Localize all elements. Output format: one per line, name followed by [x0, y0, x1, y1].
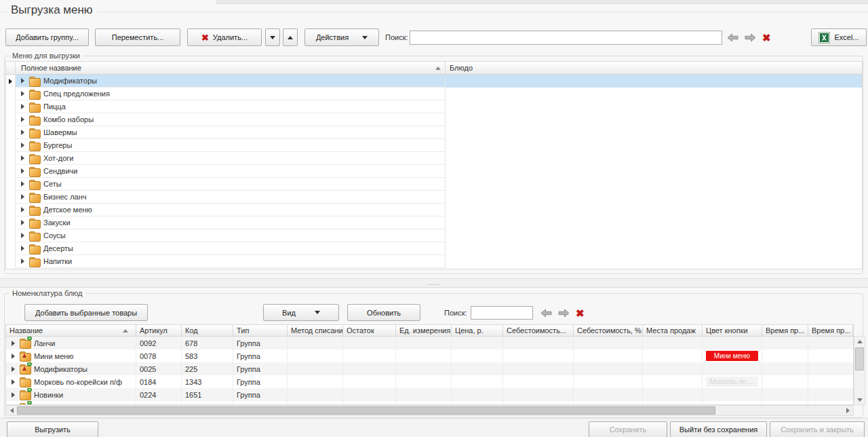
expand-arrow-icon[interactable] [12, 379, 15, 385]
column-header-button-color[interactable]: Цвет кнопки [703, 325, 762, 336]
column-header-article[interactable]: Артикул [136, 325, 182, 336]
move-down-button[interactable] [265, 28, 280, 46]
vertical-scroll-thumb[interactable] [855, 347, 864, 370]
menu-group-row[interactable]: Напитки [6, 255, 862, 268]
product-row[interactable]: Ланчи 0092 678 Группа [6, 337, 853, 349]
expand-arrow-icon[interactable] [21, 246, 24, 251]
column-header-stock[interactable]: Остаток [343, 325, 396, 336]
menu-group-row[interactable]: Бизнес ланч [6, 191, 862, 204]
menu-group-row[interactable]: Сендвичи [6, 165, 862, 178]
excel-export-button[interactable]: Excel... [811, 28, 867, 46]
search-clear-icon[interactable]: ✖ [762, 33, 771, 43]
expand-arrow-icon[interactable] [21, 259, 24, 264]
column-header-time-2[interactable]: Время пр... [808, 325, 853, 336]
expand-arrow-icon[interactable] [21, 117, 24, 122]
product-search-input[interactable] [471, 306, 533, 320]
save-button[interactable]: Сохранить [589, 421, 667, 437]
expand-arrow-icon[interactable] [21, 104, 24, 109]
group-name: Спец предложения [43, 90, 110, 98]
search-label: Поиск: [385, 33, 408, 41]
scroll-down-button[interactable] [854, 395, 865, 404]
grid-vertical-scrollbar[interactable] [854, 336, 865, 405]
save-and-close-button[interactable]: Сохранить и закрыть [770, 421, 865, 437]
product-article: 0224 [136, 388, 182, 401]
add-group-button[interactable]: Добавить группу... [5, 28, 89, 46]
row-selector-gutter [6, 113, 16, 126]
expand-arrow-icon[interactable] [21, 233, 24, 238]
product-row[interactable]: Новинки 0224 1651 Группа [6, 388, 853, 401]
expand-arrow-icon[interactable] [12, 392, 15, 398]
column-header-dish[interactable]: Блюдо [446, 62, 862, 74]
expand-arrow-icon[interactable] [21, 168, 24, 174]
grid-horizontal-scrollbar[interactable] [5, 405, 854, 416]
product-row[interactable]: Морковь по-корейски п/ф 0184 1343 Группа… [6, 375, 853, 388]
expand-arrow-icon[interactable] [21, 220, 24, 225]
scroll-left-button[interactable] [6, 406, 17, 415]
expand-arrow-icon[interactable] [21, 207, 24, 212]
menu-group-row[interactable]: Хот-доги [6, 152, 862, 165]
folder-icon [29, 180, 39, 189]
column-header-name[interactable]: Название [6, 325, 136, 336]
column-header-cost-pct[interactable]: Себестоимость, % [574, 325, 643, 336]
product-type: Группа [233, 349, 288, 362]
delete-button[interactable]: ✖ Удалить... [187, 28, 262, 46]
column-header-unit[interactable]: Ед. измерения [396, 325, 452, 336]
folder-icon [29, 257, 39, 266]
product-search-next-icon[interactable] [558, 309, 570, 318]
button-color-cell [703, 362, 762, 375]
dish-cell [446, 75, 862, 88]
product-code: 1343 [182, 375, 233, 388]
scroll-right-button[interactable] [842, 406, 853, 415]
search-input[interactable] [410, 31, 722, 45]
menu-group-row[interactable]: Пицца [6, 100, 862, 113]
exit-without-saving-button[interactable]: Выйти без сохранения [670, 421, 767, 437]
product-search-nav: ✖ [540, 308, 585, 318]
column-header-full-name[interactable]: Полное название [16, 62, 446, 74]
expand-arrow-icon[interactable] [21, 181, 24, 187]
menu-group-row[interactable]: Шавермы [6, 126, 862, 139]
column-header-time-1[interactable]: Время пр... [762, 325, 808, 336]
panel-splitter[interactable]: ..... [0, 278, 868, 288]
expand-arrow-icon[interactable] [12, 341, 15, 346]
menu-group-row[interactable]: Комбо наборы [6, 113, 862, 126]
move-button[interactable]: Переместить... [95, 28, 180, 46]
expand-arrow-icon[interactable] [21, 91, 24, 96]
expand-arrow-icon[interactable] [21, 78, 24, 83]
menu-group-row[interactable]: Модификаторы [6, 75, 862, 88]
export-button[interactable]: Выгрузить [7, 421, 98, 437]
column-header-price[interactable]: Цена, р. [452, 325, 503, 336]
product-search-clear-icon[interactable]: ✖ [576, 308, 585, 318]
menu-group-row[interactable]: Десерты [6, 242, 862, 255]
view-dropdown-button[interactable]: Вид [263, 304, 339, 321]
actions-dropdown-button[interactable]: Действия [304, 28, 379, 46]
group-name: Шавермы [43, 128, 77, 136]
search-prev-icon[interactable] [727, 33, 738, 42]
menu-group-row[interactable]: Бургеры [6, 139, 862, 152]
search-next-icon[interactable] [745, 33, 756, 42]
product-search-prev-icon[interactable] [540, 309, 552, 318]
column-header-sale-places[interactable]: Места продаж [643, 325, 703, 336]
column-header-cost[interactable]: Себестоимость... [503, 325, 574, 336]
menu-group-row[interactable]: Сеты [6, 178, 862, 191]
product-row[interactable]: Модификаторы 0025 225 Группа [6, 362, 853, 375]
expand-arrow-icon[interactable] [12, 354, 15, 359]
horizontal-scroll-thumb[interactable] [17, 406, 715, 415]
expand-arrow-icon[interactable] [21, 155, 24, 161]
scroll-up-button[interactable] [854, 337, 865, 346]
expand-arrow-icon[interactable] [12, 366, 15, 372]
refresh-button[interactable]: Обновить [347, 304, 420, 321]
menu-group-row[interactable]: Соусы [6, 229, 862, 242]
column-header-code[interactable]: Код [182, 325, 233, 336]
expand-arrow-icon[interactable] [21, 130, 24, 135]
add-selected-products-button[interactable]: Добавить выбранные товары [24, 304, 148, 321]
move-up-button[interactable] [283, 28, 298, 46]
expand-arrow-icon[interactable] [21, 194, 24, 200]
menu-group-row[interactable]: Детское меню [6, 204, 862, 216]
menu-group-row[interactable]: Спец предложения [6, 88, 862, 100]
menu-group-row[interactable]: Закуски [6, 216, 862, 229]
title-divider [0, 12, 868, 12]
product-row[interactable]: Мини меню 0078 583 Группа Мини меню [6, 349, 853, 362]
column-header-type[interactable]: Тип [233, 325, 288, 336]
column-header-writeoff[interactable]: Метод списания [288, 325, 343, 336]
expand-arrow-icon[interactable] [21, 142, 24, 148]
